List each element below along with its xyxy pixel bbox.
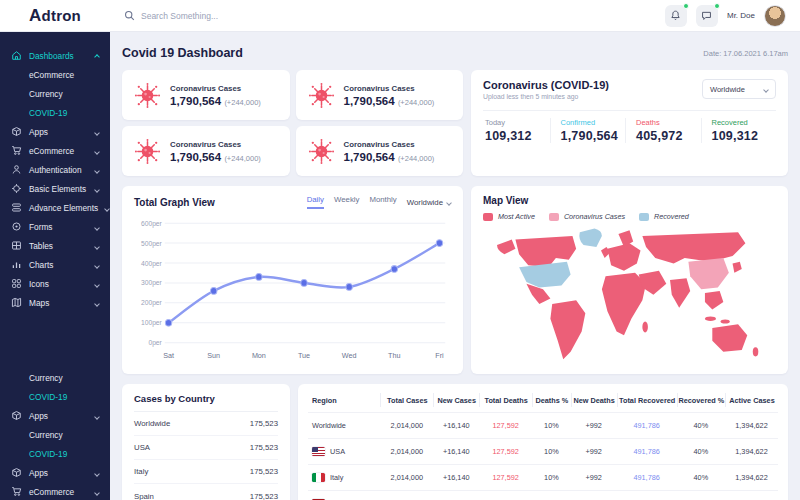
coronavirus-cases-card-4[interactable]: Coronavirus Cases 1,790,564 (+244,000)	[296, 126, 464, 176]
svg-text:Thu: Thu	[388, 351, 400, 360]
search-bar	[124, 10, 665, 21]
map-region-indonesia-1[interactable]	[705, 316, 716, 321]
stat-today: Today 109,312	[483, 118, 550, 143]
sidebar-item-covid19-2[interactable]: COVID-19	[0, 387, 110, 406]
coronavirus-cases-card-3[interactable]: Coronavirus Cases 1,790,564 (+244,000)	[122, 126, 290, 176]
country-row-spain[interactable]: Spain 175,523	[134, 484, 278, 500]
map-region-madagascar[interactable]	[642, 321, 648, 332]
svg-text:500per: 500per	[141, 239, 163, 247]
sidebar-item-apps-2[interactable]: Apps	[0, 406, 110, 425]
sidebar-item-basic-elements[interactable]: Basic Elements	[0, 179, 110, 198]
avatar[interactable]	[764, 5, 786, 27]
world-map[interactable]	[483, 223, 776, 361]
map-region-new-zealand[interactable]	[753, 347, 759, 356]
country-row-italy[interactable]: Italy 175,523	[134, 460, 278, 484]
map-region-south-america[interactable]	[550, 300, 585, 359]
table-row-usa[interactable]: USA 2,014,000 +16,140 127,592 10% +992 4…	[308, 438, 778, 464]
map-region-japan[interactable]	[733, 262, 742, 273]
sidebar-item-authentication[interactable]: Authentication	[0, 160, 110, 179]
notifications-button[interactable]	[665, 5, 687, 27]
map-region-australia[interactable]	[712, 324, 747, 352]
map-region-africa[interactable]	[602, 273, 646, 336]
table-row-italy[interactable]: Italy 2,014,000 +16,140 127,592 10% +992…	[308, 464, 778, 490]
map-legend: Most Active Coronavirus Cases Recovered	[483, 212, 776, 221]
card-title: Coronavirus Cases	[344, 84, 435, 93]
map-region-greenland[interactable]	[579, 229, 602, 247]
sidebar-item-currency-3[interactable]: Currency	[0, 425, 110, 444]
tab-daily[interactable]: Daily	[307, 195, 324, 209]
country-row-usa[interactable]: USA 175,523	[134, 436, 278, 460]
virus-icon	[134, 82, 161, 109]
chevron-down-icon	[95, 222, 99, 232]
svg-text:Mon: Mon	[252, 351, 266, 360]
coronavirus-cases-card-1[interactable]: Coronavirus Cases 1,790,564 (+244,000)	[122, 70, 290, 120]
messages-button[interactable]	[696, 5, 718, 27]
sidebar-item-ecommerce-sub[interactable]: eCommerce	[0, 65, 110, 84]
map-region-usa[interactable]	[519, 262, 571, 288]
sidebar-spacer	[0, 312, 110, 368]
cases-delta: (+244,000)	[398, 98, 435, 107]
sidebar-item-icons[interactable]: Icons	[0, 274, 110, 293]
grid-icon	[11, 278, 22, 289]
sidebar-item-tables[interactable]: Tables	[0, 236, 110, 255]
chevron-down-icon	[95, 241, 99, 251]
cases-by-country-card: Cases by Country Worldwide 175,523 USA 1…	[122, 384, 290, 500]
sidebar-item-apps-3[interactable]: Apps	[0, 463, 110, 482]
table-icon	[11, 240, 22, 251]
sidebar-item-ecommerce[interactable]: eCommerce	[0, 141, 110, 160]
sidebar-item-advance-elements[interactable]: Advance Elements	[0, 198, 110, 217]
graph-region-select[interactable]: Worldwide	[407, 198, 451, 207]
map-region-india[interactable]	[670, 278, 690, 307]
card-title: Coronavirus Cases	[170, 140, 261, 149]
card-title: Coronavirus Cases	[344, 140, 435, 149]
sidebar-item-dashboards[interactable]: Dashboards	[0, 46, 110, 65]
italy-flag	[312, 473, 325, 482]
sidebar-item-charts[interactable]: Charts	[0, 255, 110, 274]
table-row-spain[interactable]: Spain 2,014,000 +16,140 127,592 10% +992…	[308, 490, 778, 500]
region-select[interactable]: Worldwide	[702, 79, 776, 99]
svg-text:100per: 100per	[141, 319, 163, 327]
cases-value: 1,790,564	[344, 95, 395, 107]
country-row-worldwide[interactable]: Worldwide 175,523	[134, 412, 278, 436]
map-region-china[interactable]	[688, 258, 728, 289]
chevron-down-icon	[95, 279, 99, 289]
virus-icon	[134, 138, 161, 165]
map-region-alaska[interactable]	[497, 240, 515, 255]
chevron-down-icon	[95, 184, 99, 194]
sidebar-item-forms[interactable]: Forms	[0, 217, 110, 236]
box-icon	[11, 126, 22, 137]
map-region-southeast-asia[interactable]	[705, 291, 723, 309]
chevron-down-icon	[447, 198, 451, 207]
map-region-indonesia-2[interactable]	[721, 319, 730, 323]
home-icon	[11, 50, 22, 61]
sidebar-item-covid19[interactable]: COVID-19	[0, 103, 110, 122]
brand-logo[interactable]: AAdtrondtron	[0, 6, 110, 26]
sidebar-item-currency-2[interactable]: Currency	[0, 368, 110, 387]
tab-monthly[interactable]: Monthly	[369, 195, 396, 209]
map-region-russia[interactable]	[642, 232, 745, 263]
search-input[interactable]	[141, 11, 321, 21]
notification-indicator	[683, 3, 689, 9]
sidebar-item-currency[interactable]: Currency	[0, 84, 110, 103]
stat-deaths: Deaths 405,972	[625, 118, 701, 143]
gear-icon	[11, 183, 22, 194]
target-icon	[11, 221, 22, 232]
virus-cards-grid: Coronavirus Cases 1,790,564 (+244,000) C…	[122, 70, 463, 176]
table-row-worldwide[interactable]: Worldwide 2,014,000 +16,140 127,592 10% …	[308, 412, 778, 438]
cases-value: 1,790,564	[344, 151, 395, 163]
svg-text:200per: 200per	[141, 299, 163, 307]
svg-text:Wed: Wed	[342, 351, 357, 360]
tab-weekly[interactable]: Weekly	[334, 195, 359, 209]
sidebar-item-maps[interactable]: Maps	[0, 293, 110, 312]
sidebar-item-apps[interactable]: Apps	[0, 122, 110, 141]
sidebar-item-ecommerce-2[interactable]: eCommerce	[0, 482, 110, 500]
sidebar-item-covid19-3[interactable]: COVID-19	[0, 444, 110, 463]
map-region-europe[interactable]	[607, 243, 640, 271]
virus-icon	[308, 138, 335, 165]
coronavirus-cases-card-2[interactable]: Coronavirus Cases 1,790,564 (+244,000)	[296, 70, 464, 120]
chevron-down-icon	[95, 146, 99, 156]
bell-icon	[670, 10, 681, 21]
usa-flag	[312, 447, 325, 456]
cases-value: 1,790,564	[170, 95, 221, 107]
overview-subtitle: Upload less then 5 minutes ago	[483, 93, 609, 100]
